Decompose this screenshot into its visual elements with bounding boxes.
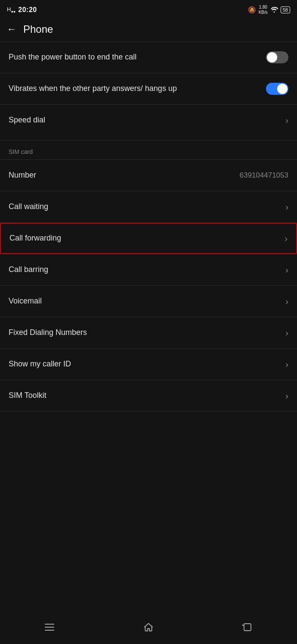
top-bar: ← Phone (0, 19, 297, 41)
page-title: Phone (23, 23, 53, 35)
call-waiting-label: Call waiting (9, 202, 285, 212)
wifi-icon (270, 6, 278, 14)
vibrate-answer-item[interactable]: Vibrates when the other party answers/ h… (0, 73, 297, 104)
power-button-label: Push the power button to end the call (9, 52, 266, 62)
sim-toolkit-chevron: › (285, 391, 288, 401)
voicemail-label: Voicemail (9, 296, 285, 306)
vibrate-answer-label: Vibrates when the other party answers/ h… (9, 84, 266, 94)
sim-card-section: SIM card Number 639104471053 Call waitin… (0, 141, 297, 412)
fixed-dialing-label: Fixed Dialing Numbers (9, 328, 285, 338)
call-barring-item[interactable]: Call barring › (0, 254, 297, 285)
fixed-dialing-chevron: › (285, 328, 288, 338)
toggle-knob-2 (277, 84, 288, 94)
general-settings-section: Push the power button to end the call Vi… (0, 42, 297, 136)
caller-id-item[interactable]: Show my caller ID › (0, 349, 297, 380)
call-barring-chevron: › (285, 265, 288, 275)
data-speed: 1.80KB/s (259, 5, 268, 15)
sim-toolkit-label: SIM Toolkit (9, 391, 285, 400)
power-button-item[interactable]: Push the power button to end the call (0, 42, 297, 73)
sim-section-label: SIM card (0, 141, 297, 159)
content-area: Push the power button to end the call Vi… (0, 42, 297, 442)
toggle-knob (267, 52, 277, 63)
nav-back-button[interactable] (235, 619, 260, 636)
status-left: H●● 20:20 (7, 6, 37, 14)
divider-st (0, 411, 297, 412)
svg-rect-0 (244, 624, 251, 631)
mute-icon: 🔕 (248, 6, 256, 14)
bottom-nav (0, 614, 297, 644)
number-item[interactable]: Number 639104471053 (0, 160, 297, 191)
caller-id-label: Show my caller ID (9, 359, 285, 369)
caller-id-chevron: › (285, 360, 288, 369)
sim-toolkit-item[interactable]: SIM Toolkit › (0, 380, 297, 411)
fixed-dialing-item[interactable]: Fixed Dialing Numbers › (0, 317, 297, 348)
call-barring-label: Call barring (9, 265, 285, 275)
call-waiting-chevron: › (285, 202, 288, 212)
back-button[interactable]: ← (7, 24, 16, 35)
voicemail-item[interactable]: Voicemail › (0, 286, 297, 317)
number-label: Number (9, 170, 240, 180)
status-time: 20:20 (18, 6, 37, 14)
voicemail-chevron: › (285, 297, 288, 306)
speed-dial-label: Speed dial (9, 115, 285, 125)
back-square-icon (242, 622, 253, 632)
call-forwarding-item[interactable]: Call forwarding › (0, 223, 297, 254)
call-forwarding-label: Call forwarding (9, 233, 285, 243)
call-forwarding-chevron: › (285, 234, 288, 244)
battery-indicator: 58 (281, 6, 290, 13)
vibrate-answer-toggle[interactable] (266, 83, 288, 95)
home-icon (143, 622, 154, 633)
status-right: 🔕 1.80KB/s 58 (248, 5, 290, 15)
nav-menu-button[interactable] (37, 619, 62, 636)
status-bar: H●● 20:20 🔕 1.80KB/s 58 (0, 0, 297, 19)
power-button-toggle[interactable] (266, 51, 288, 63)
speed-dial-item[interactable]: Speed dial › (0, 105, 297, 136)
hamburger-icon (45, 624, 54, 631)
number-value: 639104471053 (240, 171, 288, 180)
speed-dial-chevron: › (285, 116, 288, 125)
signal-icon: H●● (7, 6, 15, 14)
nav-home-button[interactable] (136, 619, 161, 636)
call-waiting-item[interactable]: Call waiting › (0, 191, 297, 222)
